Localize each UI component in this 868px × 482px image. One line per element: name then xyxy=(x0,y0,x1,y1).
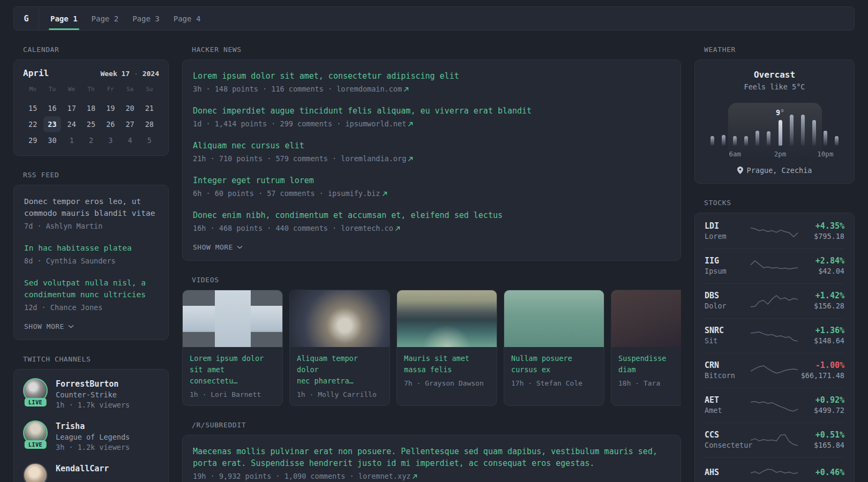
twitch-channel[interactable]: LIVETrishaLeague of Legends3h · 1.2k vie… xyxy=(23,420,159,453)
weather-time-label: 10pm xyxy=(817,150,833,158)
stocks-section-label: STOCKS xyxy=(704,199,855,207)
stock-price: $66,171.48 xyxy=(798,371,845,381)
calendar-day: 29 xyxy=(24,132,41,148)
weekday-label: Sa xyxy=(120,85,139,94)
rss-item-title[interactable]: Donec tempor eros leo, ut commodo mauris… xyxy=(24,195,158,219)
hackernews-item-title[interactable]: Donec enim nibh, condimentum et accumsan… xyxy=(193,209,670,221)
tab-page-3[interactable]: Page 3 xyxy=(125,7,167,30)
right-column: WEATHER Overcast Feels like 5°C 9° 6am2p… xyxy=(694,31,855,482)
rss-item-title[interactable]: Sed volutpat nulla nisl, a condimentum n… xyxy=(24,277,158,300)
avatar-wrap xyxy=(23,463,48,482)
rss-item-title[interactable]: In hac habitasse platea xyxy=(24,242,158,254)
weather-bar-slot xyxy=(831,136,842,146)
show-more-label: SHOW MORE xyxy=(24,322,64,330)
stocks-widget: LDILorem+4.35%$795.18IIGIpsum+2.84%$42.0… xyxy=(694,213,855,482)
stock-symbol: LDI xyxy=(705,221,751,231)
hackernews-item-meta: 3h · 148 points · 116 comments · loremdo… xyxy=(193,84,670,94)
rss-show-more-button[interactable]: SHOW MORE xyxy=(24,322,74,330)
stock-symbol: DBS xyxy=(705,290,751,301)
left-column: CALENDAR April Week 17 · 2024 MoTuWeThFr… xyxy=(13,31,169,482)
videos-row: Lorem ipsum dolor sit amet consectetu…1h… xyxy=(182,290,681,406)
hackernews-item-meta: 1d · 1,414 points · 299 comments · ipsum… xyxy=(193,119,670,129)
tab-page-4[interactable]: Page 4 xyxy=(167,7,208,30)
logo[interactable]: G xyxy=(14,7,39,30)
tab-page-1[interactable]: Page 1 xyxy=(43,7,85,30)
stock-name: Amet xyxy=(705,405,751,416)
video-thumbnail xyxy=(611,290,681,347)
calendar-day: 20 xyxy=(121,100,138,116)
hackernews-section-label: HACKER NEWS xyxy=(192,46,681,54)
weather-bar xyxy=(710,136,714,146)
hackernews-show-more-button[interactable]: SHOW MORE xyxy=(193,243,243,251)
weather-bar xyxy=(767,131,770,146)
stock-name: Consectetur xyxy=(705,440,751,450)
video-thumbnail xyxy=(504,290,604,347)
calendar-day-grid: 1516171819202122232425262728293012345 xyxy=(23,100,159,148)
dashboard-page: G Page 1Page 2Page 3Page 4 CALENDAR Apri… xyxy=(0,0,868,482)
stock-identity: LDILorem xyxy=(705,221,751,242)
weather-bar-slot xyxy=(797,115,809,146)
weather-time-axis: 6am2pm10pm xyxy=(707,150,842,159)
stock-name: Ipsum xyxy=(705,266,751,276)
stock-row: AHS+0.46% xyxy=(705,457,844,482)
weather-bar-slot xyxy=(718,135,729,146)
rss-section-label: RSS FEED xyxy=(23,171,169,179)
stock-row: IIGIpsum+2.84%$42.04 xyxy=(705,248,844,283)
hackernews-item-title[interactable]: Donec imperdiet augue tincidunt felis al… xyxy=(193,105,670,117)
video-card[interactable]: Nullam posuere cursus ex17h · Stefan Col… xyxy=(504,290,604,406)
video-card[interactable]: Lorem ipsum dolor sit amet consectetu…1h… xyxy=(182,290,283,406)
weather-temp-label: 9° xyxy=(776,108,784,117)
subreddit-item-title[interactable]: Maecenas mollis pulvinar erat non posuer… xyxy=(193,446,670,469)
weather-location-row: Prague, Czechia xyxy=(706,166,843,175)
hackernews-widget: Lorem ipsum dolor sit amet, consectetur … xyxy=(182,59,681,261)
video-title: Aliquam tempor dolor nec pharetra… xyxy=(297,353,383,387)
hackernews-item-title[interactable]: Aliquam nec cursus elit xyxy=(193,140,670,152)
stock-values: -1.00%$66,171.48 xyxy=(798,360,845,381)
twitch-channel[interactable]: LIVEForrestBurtonCounter-Strike1h · 1.7k… xyxy=(23,378,159,410)
dot-separator: · xyxy=(130,70,142,78)
weather-bar-slot xyxy=(763,131,774,146)
middle-column: HACKER NEWS Lorem ipsum dolor sit amet, … xyxy=(182,31,681,482)
weekday-label: Tu xyxy=(42,85,62,94)
stock-sparkline xyxy=(751,328,798,344)
weather-feels-like: Feels like 5°C xyxy=(706,82,843,91)
page-tabs: Page 1Page 2Page 3Page 4 xyxy=(39,7,207,30)
weather-bar xyxy=(835,136,839,146)
chevron-down-icon xyxy=(68,325,74,328)
video-title: Lorem ipsum dolor sit amet consectetu… xyxy=(190,353,275,387)
stock-change: +1.42% xyxy=(798,290,845,301)
channel-info: TrishaLeague of Legends3h · 1.2k viewers xyxy=(56,420,130,453)
twitch-channel[interactable]: KendallCarr xyxy=(23,463,159,482)
subreddit-widget: Maecenas mollis pulvinar erat non posuer… xyxy=(182,435,681,482)
stock-name: Sit xyxy=(705,336,751,346)
rss-item-meta: 7d · Ashlyn Martin xyxy=(24,221,158,231)
channel-name: ForrestBurton xyxy=(56,378,130,389)
channel-info: ForrestBurtonCounter-Strike1h · 1.7k vie… xyxy=(56,378,130,410)
rss-widget: Donec tempor eros leo, ut commodo mauris… xyxy=(13,185,169,340)
hackernews-item-title[interactable]: Integer eget rutrum lorem xyxy=(193,175,670,186)
weather-bar-slot xyxy=(786,115,797,146)
weather-bar xyxy=(790,115,794,146)
stock-row: CCSConsectetur+0.51%$165.84 xyxy=(705,423,844,457)
hackernews-item-meta: 16h · 468 points · 440 comments · loremt… xyxy=(193,223,670,234)
stock-values: +2.84%$42.04 xyxy=(798,255,845,276)
stock-identity: IIGIpsum xyxy=(705,255,751,276)
video-thumbnail xyxy=(183,290,282,347)
hackernews-item-title[interactable]: Lorem ipsum dolor sit amet, consectetur … xyxy=(193,70,670,82)
channel-name: KendallCarr xyxy=(56,463,109,474)
hackernews-item: Donec imperdiet augue tincidunt felis al… xyxy=(193,105,670,129)
video-card[interactable]: Mauris sit amet massa felis7h · Grayson … xyxy=(396,290,497,406)
video-card[interactable]: Aliquam tempor dolor nec pharetra…1h · M… xyxy=(289,290,390,406)
videos-section-label: VIDEOS xyxy=(192,276,681,284)
weather-bar xyxy=(722,135,725,146)
calendar-day-selected: 23 xyxy=(43,116,61,132)
video-card[interactable]: Suspendisse diam18h · Tara xyxy=(611,290,681,406)
tab-page-2[interactable]: Page 2 xyxy=(85,7,126,30)
weather-bar xyxy=(744,136,748,146)
stock-sparkline xyxy=(751,432,798,448)
location-pin-icon xyxy=(737,167,743,174)
stock-price: $795.18 xyxy=(798,231,845,242)
stock-sparkline xyxy=(751,223,798,239)
stock-values: +1.42%$156.28 xyxy=(798,290,845,311)
calendar-week: Week 17 xyxy=(100,70,130,78)
